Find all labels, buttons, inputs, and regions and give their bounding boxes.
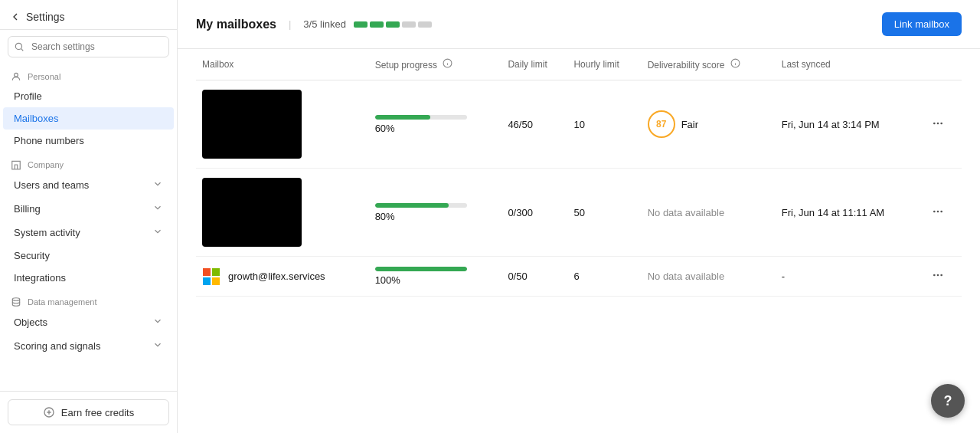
svg-point-9 xyxy=(940,122,942,124)
svg-rect-15 xyxy=(203,277,211,285)
svg-point-10 xyxy=(933,210,936,212)
sidebar-item-users-and-teams[interactable]: Users and teams xyxy=(3,173,174,197)
earn-credits-label: Earn free credits xyxy=(61,407,134,418)
mailbox-thumbnail xyxy=(202,178,302,247)
sidebar-footer: Earn free credits xyxy=(0,391,177,433)
sidebar-item-integrations[interactable]: Integrations xyxy=(3,267,174,289)
col-setup-progress: Setup progress xyxy=(369,49,502,80)
svg-rect-13 xyxy=(203,268,211,276)
progress-bar xyxy=(375,203,467,208)
row-action-button[interactable] xyxy=(929,202,947,223)
svg-point-7 xyxy=(933,122,936,124)
score-label: Fair xyxy=(681,119,698,130)
actions-cell xyxy=(923,80,962,169)
data-icon xyxy=(11,297,21,307)
deliverability-cell: 87 Fair xyxy=(642,80,776,169)
mailboxes-table: Mailbox Setup progress Daily limit Hourl… xyxy=(196,49,962,297)
progress-seg-2 xyxy=(370,21,384,28)
chevron-down-icon xyxy=(152,340,163,353)
progress-label: 100% xyxy=(375,274,496,286)
hourly-limit-cell: 10 xyxy=(567,80,641,169)
search-input[interactable] xyxy=(8,36,169,57)
deliverability-cell: No data available xyxy=(642,169,776,257)
col-mailbox: Mailbox xyxy=(196,49,369,80)
hourly-limit-cell: 6 xyxy=(567,257,641,297)
page-title: My mailboxes xyxy=(196,18,276,31)
progress-label: 80% xyxy=(375,211,496,222)
col-actions xyxy=(923,49,962,80)
sidebar-item-objects[interactable]: Objects xyxy=(3,310,174,334)
progress-fill xyxy=(375,267,467,271)
mailboxes-table-container: Mailbox Setup progress Daily limit Hourl… xyxy=(178,49,980,433)
help-button[interactable]: ? xyxy=(931,384,965,418)
progress-seg-5 xyxy=(418,21,432,28)
table-row: growth@lifex.services 100% 0/50 6 xyxy=(196,257,962,297)
sidebar-item-label: Phone numbers xyxy=(14,135,84,146)
setup-progress-cell: 80% xyxy=(369,169,502,257)
main-header: My mailboxes | 3/5 linked Link mailbox xyxy=(178,0,980,49)
daily-limit-cell: 0/50 xyxy=(501,257,567,297)
progress-bar xyxy=(375,267,467,271)
svg-point-0 xyxy=(15,43,21,49)
progress-label: 60% xyxy=(375,123,496,134)
svg-point-18 xyxy=(937,274,939,277)
no-data-label: No data available xyxy=(648,271,724,282)
sidebar-item-label: Scoring and signals xyxy=(14,340,100,352)
sidebar-item-scoring-and-signals[interactable]: Scoring and signals xyxy=(3,334,174,358)
table-body: 60% 46/50 10 87 Fair Fri, Jun 14 at 3: xyxy=(196,80,962,297)
personal-section-label: Personal xyxy=(0,64,177,85)
setup-progress-info-icon[interactable] xyxy=(443,58,452,68)
linked-count: 3/5 linked xyxy=(303,18,346,30)
mailbox-cell xyxy=(196,169,369,257)
sidebar-item-label: Security xyxy=(14,250,50,261)
row-action-button[interactable] xyxy=(929,266,947,287)
link-mailbox-button[interactable]: Link mailbox xyxy=(882,12,962,36)
svg-point-1 xyxy=(15,73,18,77)
sidebar-item-security[interactable]: Security xyxy=(3,244,174,267)
deliverability-cell: No data available xyxy=(642,257,776,297)
chevron-down-icon xyxy=(152,226,163,239)
progress-fill xyxy=(375,203,449,208)
sidebar-item-label: Profile xyxy=(14,90,42,102)
progress-seg-3 xyxy=(386,21,400,28)
linked-progress-bar xyxy=(354,21,432,28)
deliverability-info-icon[interactable] xyxy=(730,58,740,68)
sidebar: Settings Personal Profile Mailboxes Phon… xyxy=(0,0,178,433)
no-data-label: No data available xyxy=(648,207,724,218)
help-icon: ? xyxy=(944,393,952,409)
building-icon xyxy=(11,159,21,170)
table-head: Mailbox Setup progress Daily limit Hourl… xyxy=(196,49,962,80)
progress-bar xyxy=(375,115,467,120)
last-synced-cell: Fri, Jun 14 at 11:11 AM xyxy=(776,169,923,257)
svg-rect-16 xyxy=(212,277,220,285)
sidebar-item-profile[interactable]: Profile xyxy=(3,85,174,107)
actions-cell xyxy=(923,169,962,257)
earn-credits-button[interactable]: Earn free credits xyxy=(8,399,169,425)
progress-fill xyxy=(375,115,430,120)
col-last-synced: Last synced xyxy=(776,49,923,80)
sidebar-item-mailboxes[interactable]: Mailboxes xyxy=(3,107,174,130)
back-button[interactable]: Settings xyxy=(9,11,65,23)
setup-progress-cell: 100% xyxy=(369,257,502,297)
svg-point-3 xyxy=(12,298,19,301)
sidebar-item-label: Users and teams xyxy=(14,179,89,191)
score-circle: 87 xyxy=(648,110,675,138)
ellipsis-icon xyxy=(932,205,944,218)
mailbox-thumbnail xyxy=(202,90,302,159)
sidebar-item-label: Billing xyxy=(14,203,41,215)
table-row: 80% 0/300 50 No data available Fri, Jun … xyxy=(196,169,962,257)
row-action-button[interactable] xyxy=(929,114,947,135)
svg-rect-14 xyxy=(212,268,220,276)
sidebar-item-phone-numbers[interactable]: Phone numbers xyxy=(3,130,174,152)
sidebar-item-system-activity[interactable]: System activity xyxy=(3,221,174,244)
progress-seg-1 xyxy=(354,21,368,28)
svg-point-11 xyxy=(937,210,939,212)
mailbox-cell: growth@lifex.services xyxy=(196,257,369,297)
person-icon xyxy=(11,71,21,82)
chevron-down-icon xyxy=(152,179,163,192)
mailbox-identity: growth@lifex.services xyxy=(202,267,363,286)
sidebar-item-billing[interactable]: Billing xyxy=(3,197,174,221)
last-synced-cell: Fri, Jun 14 at 3:14 PM xyxy=(776,80,923,169)
chevron-down-icon xyxy=(152,202,163,215)
separator: | xyxy=(289,18,291,30)
